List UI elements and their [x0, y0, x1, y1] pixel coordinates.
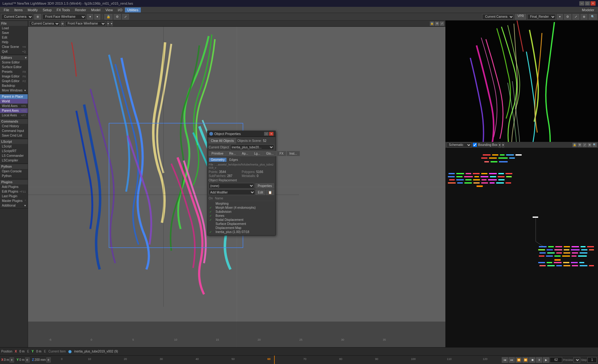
menu-fxtools[interactable]: FX Tools — [54, 7, 73, 12]
modifier-displacement-map[interactable]: Displacement Map — [209, 226, 274, 230]
tab-inst[interactable]: Inst... — [287, 151, 300, 156]
camera-select-right[interactable]: Current Camera — [482, 14, 514, 20]
tl-prev-btn[interactable]: ⏮ — [502, 357, 508, 363]
sidebar-item-graph-editor[interactable]: Graph Editor F2 — [0, 79, 28, 83]
modifier-morph-mixer[interactable]: ✓ Morph Mixer (4 endomorphs) — [209, 206, 274, 210]
viewport-mode-btn1[interactable]: ▾ — [87, 14, 93, 20]
dialog-close-btn[interactable]: ✕ — [269, 132, 273, 136]
vp-icon-expand[interactable]: ⤢ — [122, 14, 129, 20]
current-object-select[interactable]: inertia_plus_tube20... — [230, 144, 274, 150]
tl-rew-btn[interactable]: ⏪ — [515, 357, 522, 363]
tab-glo[interactable]: Glo... — [263, 151, 277, 156]
modifier-surface-displacement[interactable]: Surface Displacement — [209, 222, 274, 226]
modifier-morphing[interactable]: Morphing — [209, 202, 274, 206]
sub-tab-edges[interactable]: Edges — [227, 157, 240, 162]
main-vp-settings-icon[interactable]: ⚙ — [435, 21, 439, 26]
sidebar-item-surface-editor[interactable]: Surface Editor — [0, 65, 28, 69]
tl-frame-input[interactable] — [550, 357, 562, 363]
viewport-mode-btn2[interactable]: ▾ — [94, 14, 100, 20]
sidebar-item-open-console[interactable]: Open Console — [0, 169, 28, 174]
viewport-mode-select[interactable]: Front Face Wireframe — [42, 14, 86, 20]
sidebar-item-clear-scene[interactable]: Clear Scene +H — [0, 44, 28, 49]
main-camera-select[interactable]: Current Camera — [29, 21, 60, 26]
tl-y-e-btn[interactable]: E — [25, 357, 30, 362]
maximize-button[interactable]: □ — [585, 1, 590, 6]
sidebar-item-save[interactable]: Save — [0, 30, 28, 35]
menu-io[interactable]: I/O — [115, 7, 125, 12]
main-mode-btn2[interactable]: ▾ — [111, 21, 113, 26]
menu-modify[interactable]: Modify — [25, 7, 40, 12]
tl-play-btn[interactable]: ▶ — [543, 357, 549, 363]
sidebar-item-help[interactable]: Help — [0, 40, 28, 44]
sidebar-item-scene-editor[interactable]: Scene Editor — [0, 60, 28, 65]
schematic-btn2[interactable]: ▾ — [502, 142, 504, 147]
tl-stop-btn[interactable]: ⏹ — [529, 357, 535, 363]
minimize-button[interactable]: − — [579, 1, 584, 6]
tab-ap[interactable]: Ap... — [239, 151, 251, 156]
tab-primitive[interactable]: Primitive — [209, 151, 226, 156]
sidebar-item-edit-plugins[interactable]: Edit Plugins +F11 — [0, 189, 28, 194]
menu-model[interactable]: Model — [88, 7, 103, 12]
vp-icon-lock[interactable]: 🔒 — [104, 14, 112, 20]
tl-preview-select[interactable] — [573, 357, 580, 363]
sidebar-item-save-cmd-list[interactable]: Save Cmd List — [0, 133, 28, 138]
modifier-icon-btn[interactable]: 📋 — [266, 189, 274, 195]
sidebar-item-lscript-rt[interactable]: LScript/RT — [0, 149, 28, 153]
add-modifier-select[interactable]: Add Modifier — [209, 189, 255, 195]
tl-next-btn[interactable]: ⏭ — [509, 357, 515, 363]
render-btn1[interactable]: ▾ — [557, 14, 563, 20]
sidebar-item-load[interactable]: Load — [0, 26, 28, 30]
menu-view[interactable]: View — [103, 7, 115, 12]
sidebar-item-local-axes[interactable]: Local Axes +F7 — [0, 113, 28, 118]
sub-tab-geometry[interactable]: Geometry — [209, 157, 227, 162]
close-button[interactable]: ✕ — [591, 1, 596, 6]
menu-setup[interactable]: Setup — [40, 7, 54, 12]
sidebar-item-presets[interactable]: Presets F8 — [0, 69, 28, 74]
render-icon1[interactable]: ⤢ — [572, 14, 579, 20]
sidebar-item-backdrop[interactable]: Backdrop — [0, 83, 28, 88]
sidebar-item-command-input[interactable]: Command Input — [0, 128, 28, 133]
menu-render[interactable]: Render — [72, 7, 88, 12]
render-icon3[interactable]: 🔍 — [589, 14, 597, 20]
sidebar-item-last-plugin[interactable]: Last Plugin — [0, 194, 28, 198]
main-mode-btn[interactable]: ▾ — [107, 21, 109, 26]
schematic-icon2[interactable]: ⚙ — [577, 143, 582, 147]
sidebar-item-edit[interactable]: Edit — [0, 35, 28, 40]
sidebar-item-world[interactable]: World — [0, 99, 28, 104]
sidebar-item-parent-axes[interactable]: Parent Axes +F6 — [0, 108, 28, 113]
timeline-ruler[interactable]: 0 10 20 30 40 50 60 70 80 90 100 110 120 — [52, 356, 501, 364]
sidebar-item-cmd-history[interactable]: Cmd History — [0, 124, 28, 128]
sidebar-item-lscompiler[interactable]: LSCompiler — [0, 158, 28, 163]
tl-x-e-btn[interactable]: E — [10, 357, 14, 362]
render-icon2[interactable]: ⊕ — [581, 14, 587, 20]
tab-lg[interactable]: Lg... — [251, 151, 263, 156]
render-select[interactable]: Final_Render — [527, 14, 556, 20]
menu-utilities[interactable]: Utilities — [125, 7, 141, 12]
schematic-icon1[interactable]: 🔒 — [572, 143, 577, 147]
main-vp-expand-icon[interactable]: ⤢ — [440, 21, 444, 26]
menu-items[interactable]: Items — [12, 7, 25, 12]
modifier-subdivision[interactable]: ✓ Subdivision — [209, 210, 274, 214]
tl-fwd-btn[interactable]: ⏩ — [522, 357, 529, 363]
menu-modeler[interactable]: Modeler — [579, 7, 597, 12]
main-viewport-toggle[interactable]: ⊕ — [61, 21, 64, 26]
modifier-nodal-displacement[interactable]: ✓ Nodal Displacement — [209, 218, 274, 222]
render-viewport[interactable]: Current Camera ⊕ VPR Final_Render ▾ 🔒 ⚙ … — [445, 21, 598, 142]
tl-pause-btn[interactable]: ⏸ — [536, 357, 542, 363]
schematic-icon4[interactable]: ⊕ — [587, 143, 592, 147]
modifier-inertia-plus[interactable]: ✓ Inertia_plus (1.00) 07/18 — [209, 230, 274, 234]
sidebar-item-master-plugins[interactable]: Master Plugins ° — [0, 198, 28, 203]
sidebar-item-ls-commander[interactable]: LS Commander — [0, 153, 28, 158]
tl-step-input[interactable] — [587, 357, 597, 363]
render-settings-btn[interactable]: ⚙ — [564, 14, 571, 20]
sidebar-item-more-windows[interactable]: More Windows ▾ — [0, 88, 28, 93]
schematic-select[interactable]: Schematic — [447, 142, 472, 147]
camera-toggle-btn[interactable]: ⊕ — [34, 14, 41, 20]
sidebar-item-python[interactable]: Python — [0, 174, 28, 178]
schematic-icon5[interactable]: 🔍 — [592, 143, 597, 147]
obj-replacement-select[interactable]: (none) — [209, 183, 254, 189]
edit-modifier-btn[interactable]: Edit — [256, 189, 265, 195]
tab-fx[interactable]: FX — [277, 151, 286, 156]
main-vp-lock-icon[interactable]: 🔒 — [430, 21, 434, 26]
modifier-list[interactable]: Morphing ✓ Morph Mixer (4 endomorphs) ✓ … — [209, 202, 274, 234]
